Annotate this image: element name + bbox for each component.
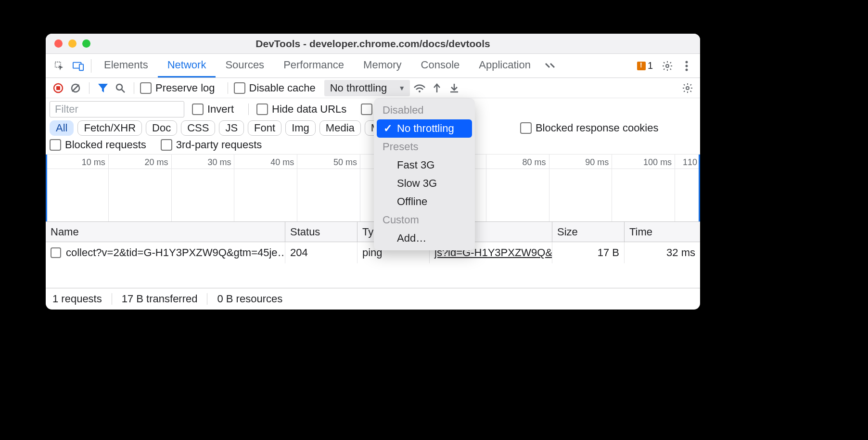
status-requests: 1 requests xyxy=(52,293,102,305)
third-party-checkbox[interactable]: 3rd-party requests xyxy=(161,139,262,151)
record-button[interactable] xyxy=(51,80,66,96)
tab-application[interactable]: Application xyxy=(469,54,540,78)
hide-data-urls-label: Hide data URLs xyxy=(272,103,346,116)
checkbox-icon[interactable] xyxy=(51,247,61,258)
col-header-name[interactable]: Name xyxy=(46,222,285,242)
throttling-select[interactable]: No throttling ▼ xyxy=(324,80,410,96)
blocked-requests-checkbox[interactable]: Blocked requests xyxy=(50,139,146,151)
filter-type-media[interactable]: Media xyxy=(319,120,361,136)
svg-line-12 xyxy=(122,90,125,92)
search-icon[interactable] xyxy=(113,80,128,96)
blocked-response-cookies-checkbox[interactable]: Blocked response cookies xyxy=(520,122,659,134)
tab-performance[interactable]: Performance xyxy=(274,54,354,78)
menu-item-add-custom[interactable]: Add… xyxy=(374,229,475,247)
tab-console[interactable]: Console xyxy=(411,54,470,78)
throttling-menu: Disabled No throttling Presets Fast 3G S… xyxy=(374,98,475,250)
disable-cache-label: Disable cache xyxy=(249,82,316,94)
svg-point-11 xyxy=(116,84,122,90)
requests-table-body: collect?v=2&tid=G-H1Y3PXZW9Q&gtm=45je… 2… xyxy=(46,242,700,288)
tab-sources[interactable]: Sources xyxy=(216,54,274,78)
disable-cache-checkbox[interactable]: Disable cache xyxy=(234,82,316,94)
network-panel-body: Filter Invert Hide data URLs H A xyxy=(46,98,700,310)
fullscreen-window-button[interactable] xyxy=(82,39,90,48)
table-row[interactable]: collect?v=2&tid=G-H1Y3PXZW9Q&gtm=45je… 2… xyxy=(46,242,700,263)
more-tabs-icon[interactable] xyxy=(541,57,559,75)
menu-item-no-throttling[interactable]: No throttling xyxy=(377,119,472,138)
status-resources: 0 B resources xyxy=(217,293,282,305)
close-window-button[interactable] xyxy=(54,39,63,48)
invert-checkbox[interactable]: Invert xyxy=(192,103,234,116)
network-toolbar: Preserve log Disable cache No throttling… xyxy=(46,78,700,98)
filter-type-css[interactable]: CSS xyxy=(181,120,215,136)
filter-type-img[interactable]: Img xyxy=(285,120,316,136)
col-header-status[interactable]: Status xyxy=(285,222,357,242)
cell-status: 204 xyxy=(285,242,357,263)
devtools-window: DevTools - developer.chrome.com/docs/dev… xyxy=(46,34,700,310)
network-settings-icon[interactable] xyxy=(680,80,695,96)
menu-group-disabled: Disabled xyxy=(374,101,475,119)
filter-type-doc[interactable]: Doc xyxy=(146,120,177,136)
filter-type-fetch-xhr[interactable]: Fetch/XHR xyxy=(77,120,142,136)
menu-item-slow-3g[interactable]: Slow 3G xyxy=(374,174,475,193)
window-controls xyxy=(46,39,90,48)
filter-type-font[interactable]: Font xyxy=(248,120,281,136)
tick-label: 40 ms xyxy=(270,157,294,168)
col-header-size[interactable]: Size xyxy=(552,222,625,242)
invert-label: Invert xyxy=(207,103,234,116)
chevron-down-icon: ▼ xyxy=(398,84,405,92)
filter-type-js[interactable]: JS xyxy=(219,120,244,136)
clear-button[interactable] xyxy=(68,80,83,96)
menu-item-offline[interactable]: Offline xyxy=(374,193,475,211)
titlebar: DevTools - developer.chrome.com/docs/dev… xyxy=(46,34,700,54)
checkbox-icon xyxy=(161,139,172,151)
download-har-icon[interactable] xyxy=(447,80,462,96)
tab-memory[interactable]: Memory xyxy=(354,54,411,78)
filter-type-all[interactable]: All xyxy=(50,120,74,136)
tab-elements[interactable]: Elements xyxy=(94,54,158,78)
tick-label: 100 ms xyxy=(643,157,672,168)
svg-point-13 xyxy=(419,91,421,92)
col-header-time[interactable]: Time xyxy=(625,222,700,242)
checkbox-icon xyxy=(50,139,61,151)
cell-time: 32 ms xyxy=(625,242,700,263)
menu-group-presets: Presets xyxy=(374,138,475,156)
blocked-response-cookies-label: Blocked response cookies xyxy=(536,122,659,134)
menu-item-fast-3g[interactable]: Fast 3G xyxy=(374,156,475,174)
tick-label: 20 ms xyxy=(145,157,168,168)
network-conditions-icon[interactable] xyxy=(412,80,427,96)
third-party-label: 3rd-party requests xyxy=(176,139,262,151)
upload-har-icon[interactable] xyxy=(429,80,445,96)
svg-point-4 xyxy=(686,61,688,63)
separator xyxy=(89,82,89,94)
preserve-log-checkbox[interactable]: Preserve log xyxy=(140,82,215,94)
resource-type-filters: All Fetch/XHR Doc CSS JS Font Img Media … xyxy=(50,120,417,136)
filter-input[interactable]: Filter xyxy=(50,101,184,117)
cell-name: collect?v=2&tid=G-H1Y3PXZW9Q&gtm=45je… xyxy=(46,242,285,263)
warning-count: 1 xyxy=(648,60,653,71)
main-tabstrip: Elements Network Sources Performance Mem… xyxy=(46,54,700,78)
checkbox-icon xyxy=(192,104,204,115)
hide-data-urls-checkbox[interactable]: Hide data URLs xyxy=(256,103,346,116)
filter-icon[interactable] xyxy=(95,80,111,96)
device-toolbar-icon[interactable] xyxy=(70,57,87,75)
timeline-overview[interactable]: 10 ms 20 ms 30 ms 40 ms 50 ms 80 ms 90 m… xyxy=(46,155,700,222)
checkbox-icon xyxy=(361,104,372,115)
svg-point-3 xyxy=(666,65,669,67)
inspect-element-icon[interactable] xyxy=(51,57,68,75)
minimize-window-button[interactable] xyxy=(68,39,77,48)
filter-bar: Filter Invert Hide data URLs H A xyxy=(46,98,700,155)
svg-rect-8 xyxy=(56,86,60,90)
separator xyxy=(91,59,91,73)
settings-icon[interactable] xyxy=(659,57,676,75)
warnings-badge[interactable]: 1 xyxy=(637,60,653,71)
status-bar: 1 requests 17 B transferred 0 B resource… xyxy=(46,288,700,310)
menu-group-custom: Custom xyxy=(374,211,475,229)
tab-network[interactable]: Network xyxy=(158,54,216,78)
tick-label: 30 ms xyxy=(207,157,231,168)
cell-size: 17 B xyxy=(552,242,625,263)
kebab-menu-icon[interactable] xyxy=(678,57,695,75)
status-transferred: 17 B transferred xyxy=(122,293,198,305)
filter-placeholder: Filter xyxy=(55,103,78,116)
svg-point-5 xyxy=(686,65,688,67)
preserve-log-label: Preserve log xyxy=(155,82,215,94)
